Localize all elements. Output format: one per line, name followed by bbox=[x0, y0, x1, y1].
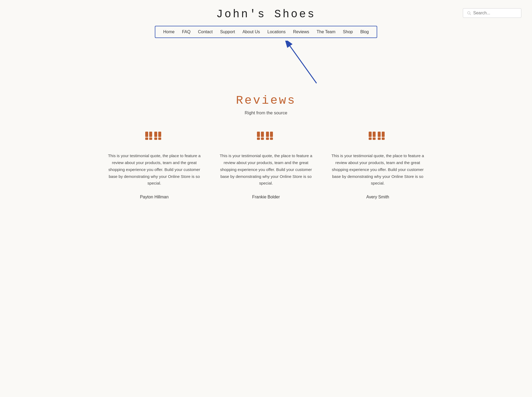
search-input[interactable] bbox=[473, 11, 517, 15]
quote-svg bbox=[145, 132, 163, 143]
svg-line-1 bbox=[470, 14, 471, 15]
svg-rect-8 bbox=[154, 132, 157, 137]
svg-rect-9 bbox=[154, 137, 157, 140]
svg-rect-10 bbox=[158, 132, 161, 137]
svg-rect-27 bbox=[382, 137, 385, 140]
nav-item-support[interactable]: Support bbox=[220, 30, 235, 34]
svg-rect-14 bbox=[261, 132, 264, 137]
svg-rect-17 bbox=[266, 137, 269, 140]
testimonial-text-0: This is your testimonial quote, the plac… bbox=[106, 152, 202, 187]
svg-rect-4 bbox=[145, 132, 148, 137]
svg-rect-26 bbox=[382, 132, 385, 137]
quote-svg bbox=[257, 132, 275, 143]
testimonial-card-1: This is your testimonial quote, the plac… bbox=[218, 132, 314, 199]
annotation-arrow bbox=[282, 41, 325, 86]
nav-item-team[interactable]: The Team bbox=[317, 30, 335, 34]
quote-svg bbox=[369, 132, 387, 143]
reviewer-name-0: Payton Hillman bbox=[140, 195, 169, 199]
svg-rect-13 bbox=[257, 137, 260, 140]
svg-rect-20 bbox=[369, 132, 372, 137]
nav-item-locations[interactable]: Locations bbox=[267, 30, 286, 34]
search-container bbox=[463, 8, 521, 18]
reviews-subtitle: Right from the source bbox=[11, 110, 521, 116]
search-box[interactable] bbox=[463, 8, 521, 18]
testimonial-card-2: This is your testimonial quote, the plac… bbox=[330, 132, 426, 199]
svg-line-3 bbox=[290, 46, 317, 83]
svg-rect-18 bbox=[270, 132, 273, 137]
svg-rect-5 bbox=[145, 137, 148, 140]
testimonial-card-0: This is your testimonial quote, the plac… bbox=[106, 132, 202, 199]
svg-rect-16 bbox=[266, 132, 269, 137]
testimonials-grid: This is your testimonial quote, the plac… bbox=[80, 132, 452, 221]
svg-rect-15 bbox=[261, 137, 264, 140]
quote-icon bbox=[257, 132, 275, 144]
svg-rect-7 bbox=[149, 137, 152, 140]
quote-icon bbox=[369, 132, 387, 144]
reviews-section: Reviews Right from the source bbox=[0, 89, 532, 116]
nav-item-reviews[interactable]: Reviews bbox=[293, 30, 309, 34]
svg-rect-19 bbox=[270, 137, 273, 140]
nav-item-blog[interactable]: Blog bbox=[360, 30, 369, 34]
testimonial-text-1: This is your testimonial quote, the plac… bbox=[218, 152, 314, 187]
nav-bar: HomeFAQContactSupportAbout UsLocationsRe… bbox=[155, 26, 377, 38]
arrow-annotation bbox=[0, 41, 532, 89]
reviewer-name-1: Frankie Bolder bbox=[252, 195, 280, 199]
svg-rect-12 bbox=[257, 132, 260, 137]
search-icon bbox=[467, 11, 471, 15]
testimonial-text-2: This is your testimonial quote, the plac… bbox=[330, 152, 426, 187]
header: John's Shoes bbox=[0, 0, 532, 26]
nav-item-home[interactable]: Home bbox=[163, 30, 175, 34]
nav-wrapper: HomeFAQContactSupportAbout UsLocationsRe… bbox=[0, 26, 532, 41]
svg-rect-21 bbox=[369, 137, 372, 140]
nav-item-shop[interactable]: Shop bbox=[343, 30, 353, 34]
svg-rect-25 bbox=[378, 137, 381, 140]
reviews-title: Reviews bbox=[11, 94, 521, 107]
site-title: John's Shoes bbox=[11, 8, 521, 20]
svg-rect-24 bbox=[378, 132, 381, 137]
svg-rect-22 bbox=[373, 132, 376, 137]
svg-rect-6 bbox=[149, 132, 152, 137]
reviewer-name-2: Avery Smith bbox=[366, 195, 389, 199]
svg-rect-23 bbox=[373, 137, 376, 140]
nav-item-faq[interactable]: FAQ bbox=[182, 30, 190, 34]
nav-item-contact[interactable]: Contact bbox=[198, 30, 213, 34]
quote-icon bbox=[145, 132, 163, 144]
nav-item-about[interactable]: About Us bbox=[242, 30, 260, 34]
svg-rect-11 bbox=[158, 137, 161, 140]
